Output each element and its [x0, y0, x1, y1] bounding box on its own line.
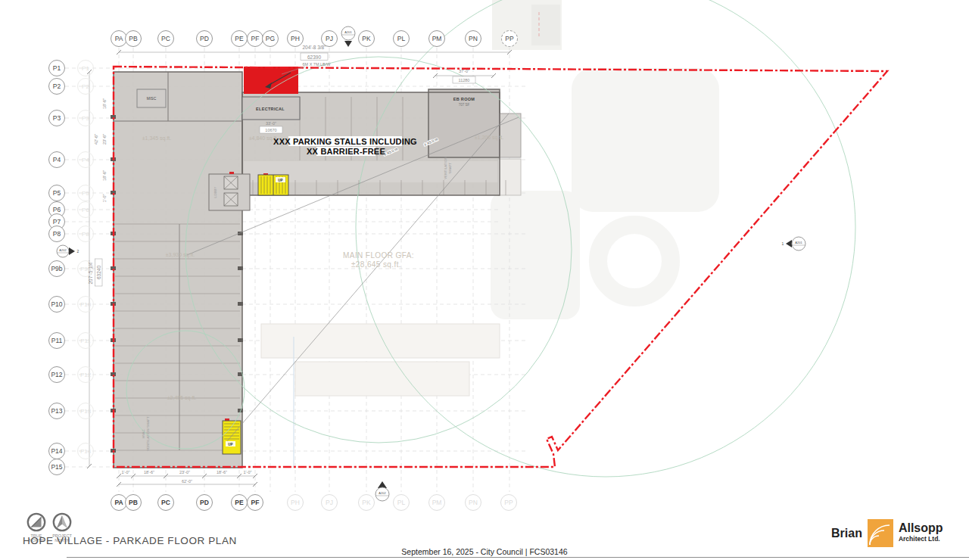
detail-marker-right-num: 1: [782, 241, 784, 246]
svg-text:P6: P6: [82, 207, 89, 213]
grid-bottom-pc: PC: [161, 499, 170, 506]
grid-bottom-pn: PN: [469, 499, 478, 506]
svg-text:P4: P4: [82, 157, 89, 163]
eb-room-area: 707 SF: [459, 103, 470, 107]
grid-left-p11: P11: [51, 337, 63, 344]
area-label-1205: ±1,205 sq.ft.: [475, 135, 504, 141]
svg-text:P8: P8: [82, 231, 89, 238]
grid-bottom-pd: PD: [200, 499, 209, 506]
brand-last-name: Allsopp: [899, 522, 943, 534]
svg-text:P10: P10: [80, 301, 92, 308]
grid-bubbles-bottom: PA PB PC PD PE PF PH PJ PK PL PM PN PP: [111, 495, 517, 511]
grid-top-pp: PP: [505, 35, 514, 42]
grid-top-pg: PG: [266, 35, 275, 42]
floor-plan-drawing: UP UP ± 45.0 m ± 45.0 m ELECTRICAL MISC …: [0, 0, 969, 560]
dim-elec-ft: 33'-0": [266, 121, 276, 126]
dim-lseg-3: 42'-6": [94, 134, 98, 145]
grid-left-p2: P2: [53, 82, 61, 90]
dim-lseg-4: 18'-6": [102, 170, 107, 181]
detail-marker-right: 1 A201: [782, 237, 805, 250]
grid-bottom-pp: PP: [504, 499, 513, 506]
grid-top-pl: PL: [397, 35, 406, 42]
building-footprint: [111, 72, 521, 468]
brand-arcs-icon: [868, 519, 893, 547]
grid-top-pj: PJ: [326, 35, 333, 42]
svg-text:P1: P1: [82, 65, 89, 72]
grid-bottom-pf: PF: [251, 499, 260, 506]
vent-shaft-label-2: SHAFT: [448, 162, 452, 173]
svg-text:P5: P5: [82, 190, 89, 197]
svg-text:P11: P11: [80, 338, 91, 344]
dim-right-ft: 37'-0": [459, 69, 469, 73]
dim-left-mm: 63240: [96, 266, 101, 279]
svg-text:P9b: P9b: [80, 266, 92, 272]
grid-left-p8: P8: [53, 230, 61, 238]
detail-marker-top-label: A201: [344, 30, 352, 34]
project-north-icon: [51, 512, 73, 533]
eb-room-label: EB ROOM: [453, 97, 475, 101]
parking-note-line1: XXX PARKING STALLS INCLUDING: [273, 137, 417, 146]
brand-suffix: Architect Ltd.: [899, 534, 943, 545]
grid-bottom-pm: PM: [432, 499, 442, 506]
grid-left-p1: P1: [53, 64, 61, 72]
svg-text:P3: P3: [82, 115, 89, 122]
grid-left-p6: P6: [53, 206, 61, 213]
footer-note: September 16, 2025 - City Council | FCS0…: [0, 547, 969, 556]
grid-bottom-pa: PA: [114, 499, 123, 506]
grid-bottom-pj: PJ: [326, 499, 333, 506]
grid-left-p9b: P9b: [51, 265, 62, 272]
svg-text:P14: P14: [80, 448, 92, 455]
hvac-shaft-label-2: VENTILATION SHAFT: [146, 416, 150, 451]
architect-logo: Brian Allsopp Architect Ltd.: [831, 519, 943, 547]
grid-left-p7: P7: [53, 218, 61, 226]
detail-marker-bottom: A202: [375, 481, 389, 501]
grid-bottom-pb: PB: [129, 499, 138, 506]
grid-left-p13: P13: [51, 407, 62, 415]
grid-top-pc: PC: [161, 35, 170, 42]
grid-top-pm: PM: [432, 35, 442, 42]
dim-lseg-5: 1'-0": [102, 194, 107, 202]
hvac-shaft-label-1: HVAC: [142, 429, 145, 438]
area-label-1345: ±1,345 sq.ft.: [142, 135, 172, 142]
vent-shaft-label-1: VENTILATION: [444, 157, 447, 179]
grid-bottom-ph: PH: [291, 499, 300, 506]
svg-text:P13: P13: [80, 408, 92, 415]
dim-bseg-4: 18'-6": [217, 470, 227, 474]
lobby-label: LOBBY: [213, 187, 217, 198]
parkade-floor-plan-sheet: UP UP ± 45.0 m ± 45.0 m ELECTRICAL MISC …: [0, 0, 969, 560]
parking-note-line2: XX BARRIER-FREE: [307, 147, 385, 156]
up-label-top: UP: [278, 179, 282, 182]
dim-top-ft: 204'-8 3/8": [302, 45, 326, 50]
dim-top-mm: 62390: [307, 54, 321, 60]
detail-marker-left-num: 2: [77, 249, 79, 254]
grid-top-pd: PD: [200, 35, 209, 42]
grid-top-pe: PE: [235, 35, 244, 42]
stairwell-top: UP: [258, 175, 288, 195]
grid-bubbles-left: P1 P2 P3 P4 P5 P6 P7 P8 P9b P10 P11 P12 …: [49, 61, 94, 475]
dim-right-mm: 11280: [459, 78, 470, 82]
area-label-2455: ±2,455 sq.ft.: [167, 395, 197, 401]
grid-left-p14: P14: [51, 447, 62, 455]
grid-left-p3: P3: [53, 114, 61, 122]
area-label-3930: ±3,930 sq.ft.: [166, 252, 195, 258]
grid-top-pf: PF: [251, 35, 260, 42]
grid-left-p12: P12: [51, 371, 62, 378]
loading-bay-note: 6M X 7M LB/W: [303, 62, 332, 67]
detail-marker-bottom-label: A202: [379, 491, 386, 495]
grid-bottom-pe: PE: [235, 499, 244, 506]
misc-label: MISC: [147, 96, 157, 101]
sheet-title: HOPE VILLAGE - PARKADE FLOOR PLAN: [23, 535, 237, 546]
gfa-value: ±28,645 sq.ft.: [351, 260, 401, 269]
brand-first-name: Brian: [831, 527, 862, 540]
grid-ghosts-left: P1 P2 P3 P4 P5 P6 P8 P9b P10 P11 P12 P13…: [78, 61, 94, 459]
detail-marker-left-label: A202: [59, 248, 67, 252]
grid-top-pa: PA: [115, 35, 123, 42]
dim-lseg-1: 18'-6": [102, 98, 107, 109]
grid-top-ph: PH: [291, 35, 300, 42]
grid-bottom-pl: PL: [397, 499, 406, 506]
up-label-bottom: UP: [228, 443, 232, 446]
detail-marker-right-label: A201: [795, 241, 802, 244]
stairwell-bottom: UP: [223, 421, 241, 454]
grid-left-p4: P4: [53, 156, 61, 163]
detail-marker-left: A202 2: [57, 245, 79, 257]
